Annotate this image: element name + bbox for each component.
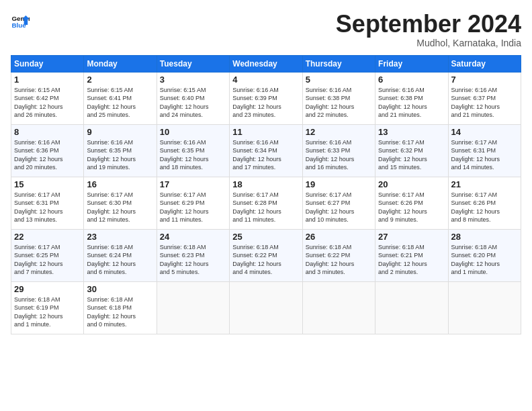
day-number: 27 [378, 232, 445, 242]
cell-info: Sunset: 6:40 PM [160, 94, 226, 103]
cell-info: and 12 minutes. [87, 216, 153, 224]
cell-info: and 4 minutes. [232, 268, 299, 277]
cell-info: Daylight: 12 hours [87, 103, 153, 111]
cell-info: and 6 minutes. [87, 268, 153, 277]
day-number: 22 [14, 232, 81, 242]
calendar-cell: 19Sunrise: 6:17 AMSunset: 6:27 PMDayligh… [302, 177, 375, 229]
cell-info: Sunset: 6:36 PM [14, 146, 81, 155]
cell-info: Sunset: 6:37 PM [451, 94, 518, 103]
cell-info: Daylight: 12 hours [160, 260, 226, 269]
cell-info: Sunset: 6:19 PM [14, 304, 81, 312]
day-number: 8 [14, 127, 81, 137]
cell-info: Sunrise: 6:17 AM [378, 138, 445, 147]
cell-info: Daylight: 12 hours [378, 103, 445, 111]
cell-info: Sunrise: 6:15 AM [160, 86, 226, 95]
calendar-cell [448, 281, 521, 334]
cell-info: Daylight: 12 hours [14, 208, 81, 216]
cell-info: Sunrise: 6:16 AM [451, 86, 518, 95]
cell-info: and 23 minutes. [232, 111, 299, 120]
col-header-monday: Monday [84, 55, 157, 72]
cell-info: Daylight: 12 hours [306, 103, 372, 111]
day-number: 23 [87, 232, 153, 242]
cell-info: Daylight: 12 hours [14, 155, 81, 164]
cell-info: Daylight: 12 hours [306, 155, 372, 164]
calendar-table: SundayMondayTuesdayWednesdayThursdayFrid… [11, 55, 521, 334]
day-number: 11 [232, 127, 299, 137]
cell-info: Sunset: 6:31 PM [451, 146, 518, 155]
calendar-cell: 22Sunrise: 6:17 AMSunset: 6:25 PMDayligh… [11, 229, 84, 281]
cell-info: Daylight: 12 hours [232, 208, 299, 216]
cell-info: Sunset: 6:27 PM [306, 199, 372, 208]
cell-info: Sunrise: 6:16 AM [232, 138, 299, 147]
logo: General Blue [11, 11, 30, 30]
calendar-cell: 10Sunrise: 6:16 AMSunset: 6:35 PMDayligh… [157, 124, 229, 177]
logo-icon: General Blue [11, 11, 30, 30]
cell-info: and 13 minutes. [14, 216, 81, 224]
cell-info: and 1 minute. [14, 320, 81, 329]
calendar-cell: 9Sunrise: 6:16 AMSunset: 6:35 PMDaylight… [84, 124, 157, 177]
cell-info: Sunset: 6:20 PM [451, 251, 518, 260]
cell-info: and 2 minutes. [378, 268, 445, 277]
location-subtitle: Mudhol, Karnataka, India [336, 38, 521, 48]
cell-info: and 16 minutes. [306, 163, 372, 172]
cell-info: Sunrise: 6:17 AM [14, 191, 81, 199]
cell-info: Sunset: 6:38 PM [378, 94, 445, 103]
calendar-cell: 13Sunrise: 6:17 AMSunset: 6:32 PMDayligh… [375, 124, 448, 177]
page-header: General Blue September 2024 Mudhol, Karn… [11, 11, 521, 48]
cell-info: and 22 minutes. [306, 111, 372, 120]
cell-info: and 10 minutes. [306, 216, 372, 224]
cell-info: Daylight: 12 hours [451, 208, 518, 216]
calendar-cell: 27Sunrise: 6:18 AMSunset: 6:21 PMDayligh… [375, 229, 448, 281]
calendar-cell [230, 281, 302, 334]
calendar-cell: 4Sunrise: 6:16 AMSunset: 6:39 PMDaylight… [230, 72, 302, 124]
cell-info: Sunset: 6:22 PM [232, 251, 299, 260]
cell-info: Sunrise: 6:17 AM [87, 191, 153, 199]
calendar-cell: 29Sunrise: 6:18 AMSunset: 6:19 PMDayligh… [11, 281, 84, 334]
cell-info: and 5 minutes. [160, 268, 226, 277]
calendar-cell: 1Sunrise: 6:15 AMSunset: 6:42 PMDaylight… [11, 72, 84, 124]
cell-info: and 17 minutes. [232, 163, 299, 172]
cell-info: Sunset: 6:29 PM [160, 199, 226, 208]
cell-info: Sunrise: 6:18 AM [14, 295, 81, 304]
cell-info: Sunrise: 6:16 AM [160, 138, 226, 147]
cell-info: Sunset: 6:42 PM [14, 94, 81, 103]
day-number: 13 [378, 127, 445, 137]
cell-info: Sunrise: 6:18 AM [160, 243, 226, 252]
cell-info: and 19 minutes. [87, 163, 153, 172]
cell-info: Daylight: 12 hours [232, 103, 299, 111]
day-number: 5 [306, 75, 372, 85]
cell-info: Sunrise: 6:16 AM [14, 138, 81, 147]
day-number: 19 [306, 179, 372, 189]
cell-info: Daylight: 12 hours [232, 155, 299, 164]
day-number: 21 [451, 179, 518, 189]
cell-info: Sunset: 6:26 PM [451, 199, 518, 208]
cell-info: Sunset: 6:35 PM [87, 146, 153, 155]
cell-info: Sunrise: 6:17 AM [451, 138, 518, 147]
cell-info: and 11 minutes. [232, 216, 299, 224]
cell-info: Daylight: 12 hours [87, 260, 153, 269]
cell-info: Sunset: 6:39 PM [232, 94, 299, 103]
cell-info: Sunrise: 6:18 AM [232, 243, 299, 252]
day-number: 24 [160, 232, 226, 242]
calendar-cell: 2Sunrise: 6:15 AMSunset: 6:41 PMDaylight… [84, 72, 157, 124]
cell-info: Sunset: 6:30 PM [87, 199, 153, 208]
day-number: 4 [232, 75, 299, 85]
cell-info: Daylight: 12 hours [160, 103, 226, 111]
day-number: 20 [378, 179, 445, 189]
cell-info: and 1 minute. [451, 268, 518, 277]
calendar-cell: 26Sunrise: 6:18 AMSunset: 6:22 PMDayligh… [302, 229, 375, 281]
calendar-cell [302, 281, 375, 334]
day-number: 17 [160, 179, 226, 189]
calendar-cell: 25Sunrise: 6:18 AMSunset: 6:22 PMDayligh… [230, 229, 302, 281]
cell-info: Daylight: 12 hours [378, 208, 445, 216]
cell-info: and 18 minutes. [160, 163, 226, 172]
cell-info: Daylight: 12 hours [14, 103, 81, 111]
cell-info: and 21 minutes. [378, 111, 445, 120]
day-number: 26 [306, 232, 372, 242]
cell-info: Sunrise: 6:17 AM [378, 191, 445, 199]
cell-info: Sunset: 6:22 PM [306, 251, 372, 260]
cell-info: Daylight: 12 hours [14, 312, 81, 321]
cell-info: Daylight: 12 hours [87, 312, 153, 321]
cell-info: Daylight: 12 hours [378, 260, 445, 269]
cell-info: and 3 minutes. [306, 268, 372, 277]
